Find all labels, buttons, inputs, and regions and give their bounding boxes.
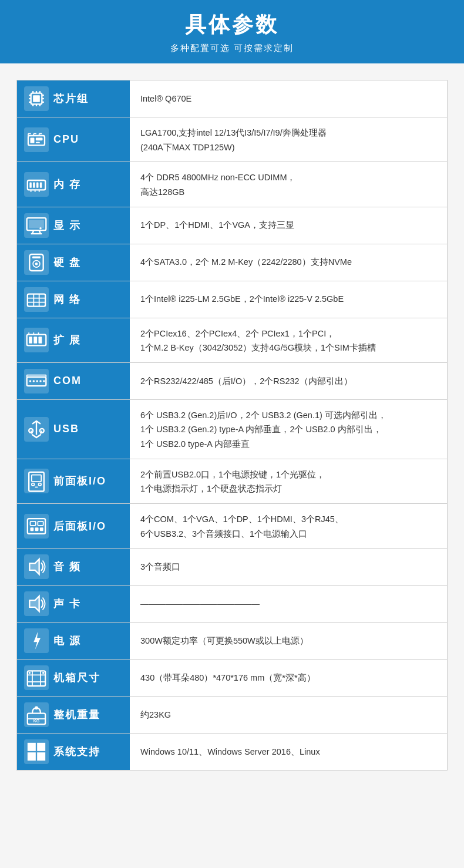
label-text-chassis: 机箱尺寸	[53, 671, 100, 685]
svg-rect-73	[31, 522, 36, 526]
label-front-io: 前面板I/O	[17, 459, 130, 503]
chip-icon	[24, 86, 49, 111]
label-text-soundcard: 声 卡	[53, 597, 81, 611]
page-subtitle: 多种配置可选 可按需求定制	[0, 43, 464, 54]
value-front-io: 2个前置USB2.0口，1个电源按键，1个光驱位，1个电源指示灯，1个硬盘状态指…	[130, 459, 447, 503]
row-storage: 硬 盘 4个SATA3.0，2个 M.2 M-Key（2242/2280）支持N…	[17, 244, 447, 281]
label-network: 网 络	[17, 281, 130, 318]
svg-point-40	[35, 263, 38, 265]
row-os: 系统支持 Windows 10/11、Windows Server 2016、L…	[17, 734, 447, 771]
expansion-icon	[24, 328, 49, 352]
row-cpu: CPU LGA1700,支持intel 12/13代I3/I5/I7/I9/奔腾…	[17, 117, 447, 162]
value-chipset: Intel® Q670E	[130, 80, 447, 117]
page-title: 具体参数	[0, 11, 464, 39]
row-soundcard: 声 卡 ——————————————	[17, 586, 447, 623]
svg-rect-27	[36, 182, 39, 187]
label-text-display: 显 示	[53, 218, 81, 233]
label-text-storage: 硬 盘	[53, 255, 81, 270]
svg-rect-28	[40, 182, 42, 187]
svg-rect-77	[40, 527, 43, 531]
label-memory: 内 存	[17, 162, 130, 206]
row-front-io: 前面板I/O 2个前置USB2.0口，1个电源按键，1个光驱位，1个电源指示灯，…	[17, 459, 447, 504]
memory-icon	[24, 172, 49, 197]
label-text-os: 系统支持	[53, 745, 100, 759]
power-icon	[24, 628, 49, 653]
svg-marker-78	[29, 559, 39, 574]
label-chassis: 机箱尺寸	[17, 660, 130, 696]
label-text-chipset: 芯片组	[53, 92, 89, 106]
label-text-audio: 音 频	[53, 560, 81, 574]
svg-rect-93	[28, 752, 36, 761]
svg-rect-74	[38, 522, 43, 526]
front-io-icon	[24, 469, 49, 493]
row-rear-io: 后面板I/O 4个COM、1个VGA、1个DP、1个HDMI、3个RJ45、6个…	[17, 504, 447, 549]
label-rear-io: 后面板I/O	[17, 504, 130, 548]
value-storage: 4个SATA3.0，2个 M.2 M-Key（2242/2280）支持NVMe	[130, 244, 447, 281]
display-icon	[24, 213, 49, 238]
value-os: Windows 10/11、Windows Server 2016、Linux	[130, 734, 447, 770]
label-text-com: COM	[53, 375, 82, 387]
rear-io-icon	[24, 514, 49, 539]
svg-point-85	[29, 672, 31, 674]
label-text-weight: 整机重量	[53, 708, 100, 722]
svg-rect-26	[33, 182, 35, 187]
label-com: COM	[17, 363, 130, 399]
row-memory: 内 存 4个 DDR5 4800MHz non-ECC UDIMM，高达128G…	[17, 162, 447, 207]
chassis-icon	[24, 665, 49, 690]
label-text-memory: 内 存	[53, 177, 81, 191]
row-usb: USB 6个 USB3.2 (Gen.2)后I/O，2个 USB3.2 (Gen…	[17, 400, 447, 459]
label-audio: 音 频	[17, 549, 130, 585]
svg-point-56	[33, 380, 35, 382]
label-text-rear-io: 后面板I/O	[53, 519, 106, 533]
svg-marker-79	[29, 596, 39, 611]
label-storage: 硬 盘	[17, 244, 130, 281]
value-com: 2个RS232/422/485（后I/O），2个RS232（内部引出）	[130, 363, 447, 399]
value-network: 1个Intel® i225-LM 2.5GbE，2个Intel® i225-V …	[130, 281, 447, 318]
label-weight: KG 整机重量	[17, 697, 130, 733]
value-expansion: 2个PCIex16、2个PCIex4、2个 PCIex1，1个PCI，1个M.2…	[130, 318, 447, 362]
label-display: 显 示	[17, 207, 130, 244]
label-power: 电 源	[17, 623, 130, 659]
row-chipset: 芯片组 Intel® Q670E	[17, 80, 447, 117]
audio-icon	[24, 554, 49, 579]
os-icon	[24, 739, 49, 764]
label-soundcard: 声 卡	[17, 586, 130, 622]
label-text-expansion: 扩 展	[53, 333, 81, 347]
label-text-power: 电 源	[53, 634, 81, 648]
row-display: 显 示 1个DP、1个HDMI、1个VGA，支持三显	[17, 207, 447, 244]
svg-rect-92	[37, 743, 45, 751]
value-display: 1个DP、1个HDMI、1个VGA，支持三显	[130, 207, 447, 244]
label-text-front-io: 前面板I/O	[53, 474, 106, 488]
value-audio: 3个音频口	[130, 549, 447, 585]
svg-rect-68	[32, 475, 41, 482]
svg-rect-50	[39, 337, 42, 344]
svg-point-88	[35, 706, 38, 710]
value-cpu: LGA1700,支持intel 12/13代I3/I5/I7/I9/奔腾处理器(…	[130, 117, 447, 162]
svg-point-86	[42, 672, 45, 674]
row-weight: KG 整机重量 约23KG	[17, 697, 447, 734]
svg-rect-48	[29, 337, 32, 344]
svg-rect-76	[35, 527, 39, 531]
value-soundcard: ——————————————	[130, 586, 447, 622]
value-power: 300W额定功率（可更换550W或以上电源）	[130, 623, 447, 659]
row-chassis: 机箱尺寸 430（带耳朵480）*470*176 mm（宽*深*高）	[17, 660, 447, 697]
svg-point-58	[39, 380, 42, 382]
svg-rect-25	[29, 182, 32, 187]
svg-rect-41	[32, 256, 41, 258]
soundcard-icon	[24, 591, 49, 616]
svg-rect-16	[36, 137, 43, 140]
value-memory: 4个 DDR5 4800MHz non-ECC UDIMM，高达128GB	[130, 162, 447, 206]
label-text-usb: USB	[53, 423, 79, 435]
svg-rect-75	[31, 527, 34, 531]
svg-point-57	[36, 380, 38, 382]
svg-text:KG: KG	[33, 719, 40, 723]
row-power: 电 源 300W额定功率（可更换550W或以上电源）	[17, 623, 447, 660]
row-com: COM 2个RS232/422/485（后I/O），2个RS232（内部引出）	[17, 363, 447, 400]
svg-point-70	[39, 483, 42, 486]
svg-line-65	[31, 430, 32, 435]
label-cpu: CPU	[17, 117, 130, 162]
label-usb: USB	[17, 400, 130, 459]
svg-rect-15	[31, 137, 35, 143]
row-network: 网 络 1个Intel® i225-LM 2.5GbE，2个Intel® i22…	[17, 281, 447, 318]
row-expansion: 扩 展 2个PCIex16、2个PCIex4、2个 PCIex1，1个PCI，1…	[17, 318, 447, 363]
